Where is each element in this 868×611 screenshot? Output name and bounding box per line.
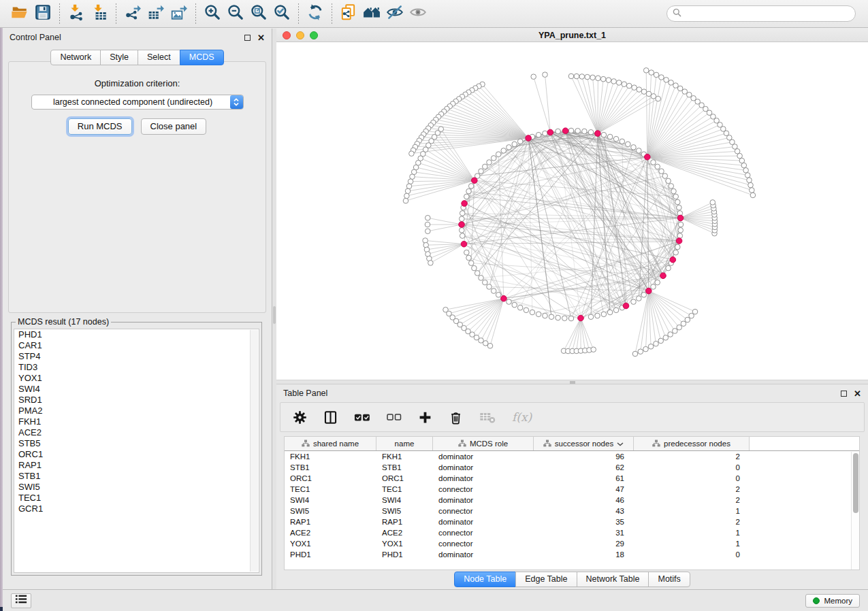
mcds-result-item[interactable]: ACE2	[14, 427, 259, 438]
network-node[interactable]	[591, 347, 596, 352]
table-row[interactable]: STB1STB1dominator620	[285, 462, 859, 473]
network-node[interactable]	[428, 261, 434, 266]
network-node[interactable]	[745, 173, 750, 178]
mcds-result-item[interactable]: PHD1	[14, 329, 259, 340]
network-node[interactable]	[491, 156, 496, 161]
mcds-result-item[interactable]: SWI5	[14, 482, 259, 493]
import-table-button[interactable]	[88, 2, 111, 25]
mcds-result-item[interactable]: TID3	[14, 362, 259, 373]
table-row[interactable]: SWI4SWI4dominator462	[285, 495, 859, 506]
new-network-from-selection-button[interactable]	[337, 2, 360, 25]
save-session-button[interactable]	[31, 2, 54, 25]
network-node[interactable]	[460, 211, 465, 216]
open-file-button[interactable]	[8, 2, 31, 25]
column-header-MCDS-role[interactable]: MCDS role	[433, 437, 534, 450]
tab-edge-table[interactable]: Edge Table	[515, 572, 577, 587]
zoom-selected-button[interactable]	[270, 2, 293, 25]
network-node[interactable]	[562, 316, 568, 321]
network-node[interactable]	[588, 130, 594, 135]
network-node[interactable]	[460, 228, 465, 233]
network-node[interactable]	[404, 193, 410, 199]
tab-select[interactable]: Select	[138, 50, 180, 65]
network-node[interactable]	[487, 284, 492, 290]
network-hub-node[interactable]	[623, 303, 629, 309]
mcds-result-item[interactable]: PMA2	[14, 406, 259, 416]
zoom-fit-button[interactable]	[247, 2, 270, 25]
column-header-successor-nodes[interactable]: successor nodes	[534, 437, 634, 450]
network-node[interactable]	[651, 94, 656, 99]
column-header-name[interactable]: name	[376, 437, 433, 450]
memory-button[interactable]: Memory	[805, 594, 860, 608]
network-node[interactable]	[677, 205, 682, 210]
table-row[interactable]: YOX1YOX1connector291	[285, 538, 859, 549]
network-node[interactable]	[507, 145, 512, 150]
network-node[interactable]	[748, 182, 754, 188]
network-node[interactable]	[408, 179, 413, 184]
network-node[interactable]	[425, 229, 431, 234]
zoom-in-button[interactable]	[201, 2, 224, 25]
network-node[interactable]	[675, 244, 681, 250]
network-node[interactable]	[466, 188, 472, 194]
minimize-window-icon[interactable]	[296, 31, 304, 39]
network-node[interactable]	[536, 312, 541, 317]
network-node[interactable]	[496, 293, 501, 298]
network-node[interactable]	[405, 188, 411, 194]
export-table-button[interactable]	[144, 2, 167, 25]
network-node[interactable]	[685, 317, 690, 323]
network-node[interactable]	[543, 72, 548, 78]
network-node[interactable]	[464, 250, 470, 255]
close-panel-icon[interactable]: ✕	[257, 33, 265, 42]
network-node[interactable]	[406, 184, 412, 189]
network-node[interactable]	[582, 129, 588, 134]
network-hub-node[interactable]	[645, 154, 651, 160]
network-node[interactable]	[691, 96, 696, 101]
network-node[interactable]	[638, 349, 643, 354]
import-network-button[interactable]	[65, 2, 88, 25]
network-node[interactable]	[549, 314, 554, 320]
search-input[interactable]	[685, 9, 850, 18]
mcds-result-item[interactable]: GCR1	[14, 503, 259, 514]
task-history-button[interactable]	[11, 593, 31, 608]
network-node[interactable]	[568, 73, 574, 79]
network-node[interactable]	[410, 174, 415, 180]
network-canvas[interactable]	[276, 42, 868, 380]
table-row[interactable]: TEC1TEC1connector472	[285, 484, 859, 495]
network-node[interactable]	[675, 199, 681, 205]
network-node[interactable]	[622, 82, 627, 87]
table-row[interactable]: RAP1RAP1dominator352	[285, 516, 859, 527]
network-hub-node[interactable]	[660, 273, 666, 279]
network-node[interactable]	[607, 134, 613, 139]
table-scrollbar-thumb[interactable]	[853, 453, 858, 513]
network-node[interactable]	[487, 344, 493, 349]
network-node[interactable]	[641, 293, 647, 298]
network-node[interactable]	[646, 91, 652, 97]
network-node[interactable]	[601, 132, 607, 137]
network-node[interactable]	[682, 89, 688, 95]
network-node[interactable]	[673, 329, 678, 334]
network-node[interactable]	[664, 78, 669, 83]
mcds-result-item[interactable]: STB5	[14, 438, 259, 449]
network-node[interactable]	[677, 325, 682, 330]
network-node[interactable]	[659, 169, 664, 174]
table-row[interactable]: PHD1PHD1dominator180	[285, 549, 859, 560]
network-node[interactable]	[464, 194, 470, 199]
network-node[interactable]	[637, 296, 642, 301]
network-node[interactable]	[666, 265, 671, 271]
table-row[interactable]: FKH1FKH1dominator962	[285, 451, 859, 462]
network-node[interactable]	[512, 302, 517, 308]
network-node[interactable]	[588, 314, 594, 320]
apply-layout-button[interactable]	[304, 2, 327, 25]
network-node[interactable]	[601, 312, 607, 317]
network-node[interactable]	[483, 280, 488, 285]
network-node[interactable]	[681, 321, 686, 327]
network-node[interactable]	[743, 168, 749, 174]
delete-column-button[interactable]	[449, 410, 463, 425]
tab-motifs[interactable]: Motifs	[648, 572, 690, 587]
run-mcds-button[interactable]: Run MCDS	[68, 118, 132, 135]
network-hub-node[interactable]	[459, 222, 465, 228]
network-node[interactable]	[611, 79, 617, 84]
table-row[interactable]: ORC1ORC1dominator610	[285, 473, 859, 484]
network-node[interactable]	[669, 184, 674, 189]
close-panel-icon[interactable]: ✕	[854, 389, 861, 398]
network-node[interactable]	[689, 313, 694, 318]
